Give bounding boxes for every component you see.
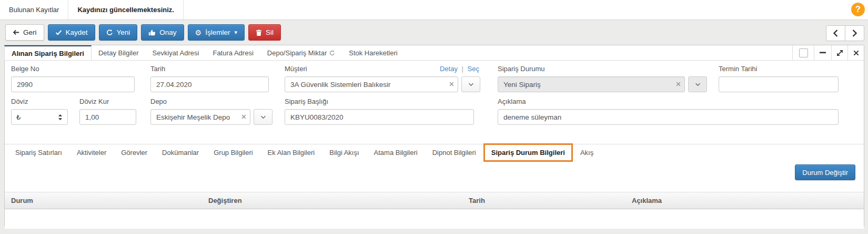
status-action-row: Durum Değiştir [5,160,864,192]
doviz-value: ₺ [16,113,21,121]
checkbox-icon [799,48,808,57]
subtab-label: Dokümanlar [162,149,199,157]
order-panel: Alınan Sipariş Bilgileri Detay Bilgiler … [4,45,864,226]
subtab-ek-alan-bilgileri[interactable]: Ek Alan Bilgileri [260,144,322,160]
tab-detail-info[interactable]: Detay Bilgiler [92,45,146,60]
clear-icon[interactable] [241,114,246,119]
prev-record-button[interactable] [826,25,845,41]
chevron-right-icon [852,30,857,37]
close-icon [853,50,859,56]
tab-invoice-address-label: Fatura Adresi [213,49,253,57]
window-controls [792,45,864,60]
siparis-basligi-field[interactable] [285,109,474,125]
subtab-atama-bilgileri[interactable]: Atama Bilgileri [367,144,425,160]
musteri-field[interactable] [285,76,458,92]
subtab-aktiviteler[interactable]: Aktiviteler [69,144,114,160]
tab-detail-info-label: Detay Bilgiler [98,49,139,57]
doviz-select[interactable]: ₺ [11,109,68,125]
siparis-durumu-field[interactable] [498,76,685,92]
col-durum: Durum [5,197,202,204]
subtab-akis[interactable]: Akış [573,144,601,160]
tarih-field[interactable] [150,76,269,92]
delete-button-label: Sil [266,28,274,36]
chevron-down-icon [260,115,266,119]
subtab-label: Görevler [121,149,147,157]
siparis-durumu-combo [498,76,707,92]
subtab-gorevler[interactable]: Görevler [114,144,155,160]
subtab-grup-bilgileri[interactable]: Grup Bilgileri [206,144,260,160]
chevron-left-icon [833,30,839,37]
operations-button-label: İşlemler [205,28,230,36]
next-record-button[interactable] [845,25,864,41]
aciklama-label: Açıklama [498,97,839,105]
tab-order-info-label: Alınan Sipariş Bilgileri [12,50,84,57]
status-table-body [5,209,864,229]
tab-order-info[interactable]: Alınan Sipariş Bilgileri [4,45,92,60]
back-button-label: Geri [23,28,37,36]
depo-dropdown-button[interactable] [254,109,272,125]
tab-updating-record[interactable]: Kaydınızı güncellemektesiniz. [68,0,184,19]
delete-button[interactable]: Sil [248,24,281,41]
check-icon [55,29,62,36]
subtab-bilgi-akisi[interactable]: Bilgi Akışı [322,144,366,160]
arrow-left-icon [13,29,19,36]
toolbar: Geri Kaydet Yeni Onay ⚙ İşlemler ▾ [0,19,868,45]
order-form: Belge No Tarih Müşteri Detay | Seç [5,61,864,144]
minimize-button[interactable] [814,45,831,60]
change-status-button[interactable]: Durum Değiştir [795,164,855,180]
tab-depot-order-qty[interactable]: Depo/Sipariş Miktar [260,45,342,60]
belge-no-label: Belge No [11,65,135,73]
approve-button-label: Onay [159,28,176,36]
refresh-icon [106,29,113,36]
save-button[interactable]: Kaydet [48,24,95,41]
musteri-links: Detay | Seç [440,65,479,73]
depo-field[interactable] [150,109,250,125]
panel-select-checkbox[interactable] [792,45,814,60]
status-table-header: Durum Değiştiren Tarih Açıklama [5,192,864,209]
termin-tarihi-field[interactable] [719,76,839,92]
subtab-dipnot-bilgileri[interactable]: Dipnot Bilgileri [425,144,483,160]
tab-invoice-address[interactable]: Fatura Adresi [206,45,260,60]
tab-shipping-address[interactable]: Sevkiyat Adresi [146,45,206,60]
tab-found-records[interactable]: Bulunan Kayıtlar [0,0,68,19]
chevron-down-icon [468,83,474,86]
siparis-durumu-label: Sipariş Durumu [498,65,707,73]
tab-found-records-label: Bulunan Kayıtlar [9,6,59,14]
panel-tab-bar: Alınan Sipariş Bilgileri Detay Bilgiler … [5,45,864,61]
clear-icon[interactable] [676,82,681,86]
doviz-label: Döviz [11,97,68,105]
tab-stock-movements[interactable]: Stok Hareketleri [342,45,404,60]
musteri-dropdown-button[interactable] [461,76,480,92]
siparis-durumu-dropdown-button[interactable] [688,76,707,92]
expand-button[interactable] [831,45,847,60]
close-button[interactable] [847,45,864,60]
top-tab-strip: Bulunan Kayıtlar Kaydınızı güncellemekte… [0,0,868,20]
new-button[interactable]: Yeni [99,24,138,41]
tarih-label: Tarih [150,65,269,73]
subtab-label: Grup Bilgileri [214,149,253,157]
subtab-label: Atama Bilgileri [374,149,418,157]
musteri-detail-link[interactable]: Detay [440,65,458,73]
subtab-siparis-durum-bilgileri[interactable]: Sipariş Durum Bilgileri [483,143,573,162]
gear-icon: ⚙ [195,29,202,36]
belge-no-field[interactable] [11,76,135,92]
aciklama-field[interactable] [498,109,839,125]
subtab-label: Bilgi Akışı [329,149,359,157]
approve-button[interactable]: Onay [141,24,184,41]
operations-button[interactable]: ⚙ İşlemler ▾ [188,24,245,41]
back-button[interactable]: Geri [5,24,44,41]
subtab-dokumanlar[interactable]: Dokümanlar [155,144,206,160]
musteri-select-link[interactable]: Seç [468,65,479,73]
tab-updating-record-label: Kaydınızı güncellemektesiniz. [77,6,174,14]
clear-icon[interactable] [449,82,454,86]
subtab-siparis-satirlari[interactable]: Sipariş Satırları [8,144,69,160]
help-button[interactable]: ? [851,3,865,16]
subtab-label: Sipariş Satırları [15,149,62,157]
save-button-label: Kaydet [66,28,88,36]
chevron-down-icon [695,83,701,86]
subtab-label: Dipnot Bilgileri [432,149,476,157]
col-aciklama: Açıklama [625,197,864,204]
depo-combo [150,109,272,125]
termin-tarihi-label: Termin Tarihi [719,65,839,73]
doviz-kur-field[interactable] [79,109,136,125]
